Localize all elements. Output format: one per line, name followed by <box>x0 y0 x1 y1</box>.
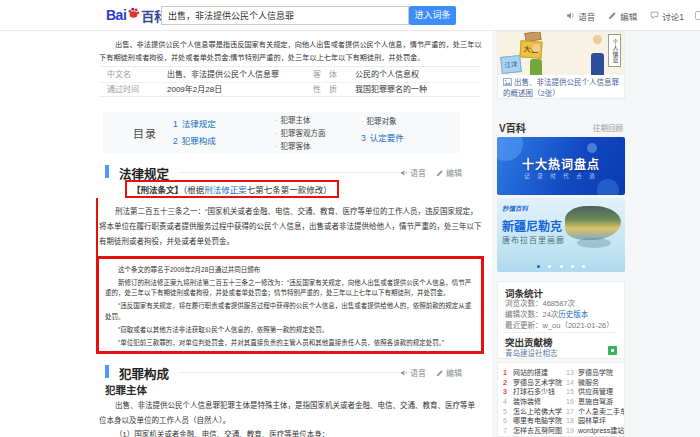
enter-entry-button[interactable]: 进入词条 <box>409 6 456 25</box>
search-input[interactable] <box>161 6 409 25</box>
voice-icon <box>566 11 575 20</box>
hot-list-item[interactable]: 3打球石多少钱 <box>503 387 565 397</box>
discuss-action[interactable]: 讨论1 <box>650 10 684 22</box>
voice-action[interactable]: 语音 <box>566 10 595 22</box>
toc-title: 目录 <box>133 125 157 141</box>
carousel-dot[interactable] <box>560 265 563 268</box>
overview-card: 大盗 江洋 个人信息 出售、非法提供公民个人信息罪的概述图（2张） <box>497 31 625 99</box>
voice-icon <box>400 169 408 177</box>
annotation-box-statute: 【刑法条文】（根据刑法修正案七第七条第一款修改） <box>125 180 339 198</box>
infobox: 中文名 出售、非法提供公民个人信息罪 客 体 公民的个人信息权 通过时间 200… <box>99 66 481 97</box>
banner-subtitle: 记 录 时 代 点 滴 <box>497 172 625 180</box>
banner-brand: 秒懂百科 <box>502 203 528 213</box>
hot-list-item[interactable]: 15供应商管理 <box>566 387 624 397</box>
hot-list-item[interactable]: 1网站的搭建 <box>503 368 565 378</box>
infobox-label: 中文名 <box>107 67 131 82</box>
hot-list-item[interactable]: 18园林草坪 <box>566 416 624 426</box>
pencil-icon <box>436 169 444 177</box>
baidu-paw-icon <box>127 6 140 19</box>
annotation-box-amendment: 这个条文的罪名于2009年2月28日通过并同日颁布 新修订的刑法修正案九将刑法第… <box>96 256 484 354</box>
hot-list-item[interactable]: 2罗德岛艺术学院 <box>503 378 565 388</box>
crime-paragraph: 出售、非法提供公民个人信息罪犯罪主体是特殊主体，是指国家机关或者金融、电信、交通… <box>99 398 482 428</box>
hot-list-item[interactable]: 14微服务 <box>566 378 624 388</box>
cartoon-box-jiangyang: 江洋 <box>500 55 522 74</box>
infobox-value: 我国犯罪罪名的一种 <box>355 82 427 97</box>
carousel-dot[interactable] <box>548 265 551 268</box>
toc-sub-target[interactable]: 犯罪对象 <box>361 115 397 126</box>
law-box-paragraph: “违反国家有关规定，将在履行职责或者提供服务过程中获得的公民个人信息，出售或者提… <box>105 301 475 322</box>
section-voice-action[interactable]: 语音 <box>400 367 426 378</box>
banner-decoration <box>587 143 597 153</box>
hot-list-item[interactable]: 16恩施自驾游 <box>566 397 624 407</box>
infobox-value: 出售、非法提供公民个人信息罪 <box>167 67 279 82</box>
toc-sub-objective[interactable]: 犯罪客观方面 <box>275 127 326 138</box>
section-header-crime: 犯罪构成 语音 编辑 <box>95 364 490 380</box>
hot-words-banner[interactable]: 十大热词盘点 记 录 时 代 点 滴 <box>497 137 625 195</box>
sidebar: 大盗 江洋 个人信息 出售、非法提供公民个人信息罪的概述图（2张） V百科 往期… <box>497 31 625 437</box>
carousel-dot[interactable] <box>571 265 574 268</box>
hot-list-item[interactable]: 7怎样去瓦努阿图 <box>503 426 565 436</box>
island-illustration <box>565 206 621 240</box>
hot-list-left-column: 1网站的搭建 2罗德岛艺术学院 3打球石多少钱 4装饰装修 5怎么上哈佛大学 6… <box>503 368 565 436</box>
vbaike-title: V百科 <box>499 120 526 135</box>
toc-sub-object[interactable]: 犯罪客体 <box>275 140 311 151</box>
hot-list-item[interactable]: 4装饰装修 <box>503 397 565 407</box>
law-box-paragraph: “窃取或者以其他方法非法获取公民个人信息的，依照第一款的规定处罚。 <box>105 325 475 336</box>
contributor-link[interactable]: 青岛建设社相志 <box>505 347 558 358</box>
stats-updated: 最近更新：w_ou（2021-01-26） <box>505 319 614 330</box>
infobox-label: 性 质 <box>313 82 337 97</box>
toc-item-criteria[interactable]: 3认定要件 <box>361 131 404 143</box>
cartoon-man-head <box>593 35 602 44</box>
nileke-banner[interactable]: 秒懂百科 新疆尼勒克 唐布拉百里画廊 <box>497 198 625 272</box>
cartoon-sign: 个人信息 <box>608 34 621 67</box>
hot-list-item[interactable]: 13罗德岛学院 <box>566 368 624 378</box>
carousel-dot[interactable] <box>582 265 585 268</box>
banner-decoration <box>597 179 619 195</box>
baidu-baike-logo[interactable]: Bai 百科 <box>106 5 167 25</box>
history-versions-link[interactable]: 历史版本 <box>558 310 588 319</box>
edit-action[interactable]: 编辑 <box>608 10 637 22</box>
section-divider <box>179 372 410 373</box>
hot-list-item[interactable]: 5怎么上哈佛大学 <box>503 407 565 417</box>
subsection-title-subject: 犯罪主体 <box>105 382 147 397</box>
cartoon-thief <box>530 59 542 75</box>
toc-sub-subject[interactable]: 犯罪主体 <box>275 114 311 125</box>
overview-image[interactable]: 大盗 江洋 个人信息 <box>498 32 624 75</box>
hot-list-item[interactable]: 19wordpress建站 <box>566 426 624 436</box>
amendment-link[interactable]: 刑法修正案 <box>204 185 247 195</box>
carousel-dots <box>497 263 625 268</box>
section-edit-action[interactable]: 编辑 <box>436 367 462 378</box>
entry-stats-card: 词条统计 浏览次数：468587次 编辑次数：24次历史版本 最近更新：w_ou… <box>497 281 625 359</box>
carousel-dot[interactable] <box>537 265 540 268</box>
section-actions: 语音 编辑 <box>400 367 462 378</box>
top-header: Bai 百科 进入词条 语音 <box>0 0 700 31</box>
section-actions: 语音 编辑 <box>400 167 462 178</box>
hot-list-item[interactable]: 17个人急卖二手车 <box>566 407 624 417</box>
hot-list-item[interactable]: 6哪里有电脑学院 <box>503 416 565 426</box>
law-box-paragraph: 这个条文的罪名于2009年2月28日通过并同日颁布 <box>105 265 475 276</box>
hot-entries-card: 1网站的搭建 2罗德岛艺术学院 3打球石多少钱 4装饰装修 5怎么上哈佛大学 6… <box>497 362 625 437</box>
stats-edits: 编辑次数：24次历史版本 <box>505 308 588 319</box>
island-reflection <box>577 238 611 248</box>
infobox-label: 通过时间 <box>107 82 139 97</box>
annotation-vertical-line <box>96 198 98 256</box>
cartoon-thief-head <box>532 44 540 52</box>
toc-item-law[interactable]: 1法律规定 <box>173 117 216 129</box>
vbaike-header: V百科 往期回顾 <box>499 120 623 133</box>
toc-item-crime[interactable]: 2犯罪构成 <box>173 134 216 146</box>
stats-views: 浏览次数：468587次 <box>505 297 575 308</box>
section-marker <box>105 165 109 178</box>
section-edit-action[interactable]: 编辑 <box>436 167 462 178</box>
header-actions: 语音 编辑 讨论1 <box>566 0 684 31</box>
article-main: 出售、非法提供公民个人信息罪是指违反国家有关规定，向他人出售或者提供公民个人信息… <box>95 31 490 437</box>
law-paragraph: 刑法第二百五十三条之一：“国家机关或者金融、电信、交通、教育、医疗等单位的工作人… <box>99 204 482 249</box>
section-voice-action[interactable]: 语音 <box>400 167 426 178</box>
more-icon[interactable] <box>695 11 700 20</box>
overview-caption[interactable]: 出售、非法提供公民个人信息罪的概述图（2张） <box>503 78 621 99</box>
banner-title: 新疆尼勒克 <box>502 217 562 234</box>
article-intro: 出售、非法提供公民个人信息罪是指违反国家有关规定，向他人出售或者提供公民个人信息… <box>99 38 482 64</box>
stats-divider <box>505 332 617 333</box>
chat-bubble-icon <box>650 11 659 20</box>
infobox-value: 公民的个人信息权 <box>355 67 419 82</box>
vbaike-more-link[interactable]: 往期回顾 <box>593 122 623 133</box>
